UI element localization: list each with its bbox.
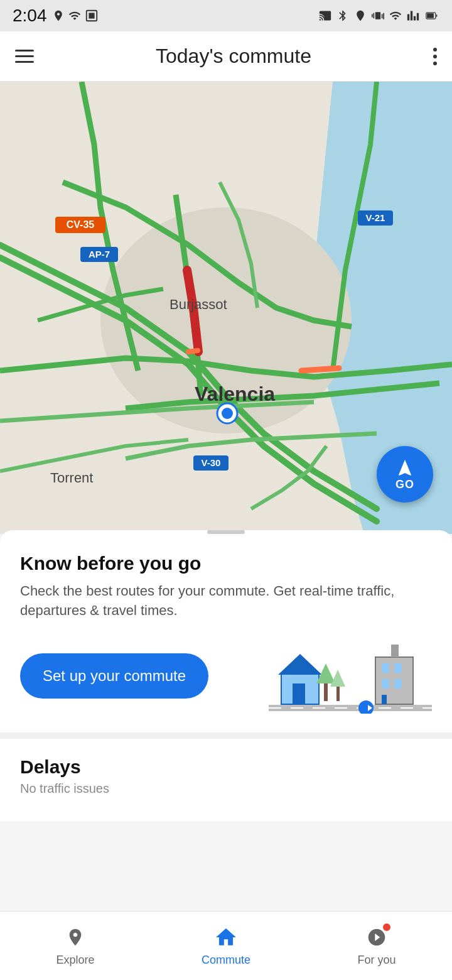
vibrate-status-icon: [372, 9, 384, 22]
nav-item-for-you[interactable]: For you: [326, 925, 427, 967]
commute-icon: [214, 925, 238, 949]
signal-status-icon: [68, 9, 81, 22]
commute-nav-label: Commute: [202, 954, 250, 967]
kbyg-description: Check the best routes for your commute. …: [20, 582, 432, 621]
nav-item-explore[interactable]: Explore: [25, 925, 126, 967]
bottom-sheet: Know before you go Check the best routes…: [0, 530, 452, 821]
kbyg-title: Know before you go: [20, 553, 432, 574]
battery-status-icon: [424, 9, 439, 22]
hamburger-menu-button[interactable]: [15, 50, 34, 63]
svg-point-22: [222, 408, 233, 419]
for-you-nav-icon-container: [364, 925, 389, 950]
know-before-you-go-section: Know before you go Check the best routes…: [0, 547, 452, 732]
more-options-button[interactable]: [433, 48, 437, 65]
svg-text:AP-7: AP-7: [89, 249, 110, 259]
map-view[interactable]: CV-35 AP-7 V-21 V-30 V-31 AP-7 Burjassot…: [0, 82, 452, 534]
wifi-status-icon: [389, 9, 402, 22]
svg-point-40: [358, 700, 374, 714]
setup-commute-button[interactable]: Set up your commute: [20, 653, 208, 699]
svg-rect-1: [89, 13, 94, 18]
bluetooth-status-icon: [336, 9, 349, 22]
commute-illustration-svg: [269, 638, 432, 714]
screenshot-status-icon: [85, 9, 99, 23]
svg-rect-32: [382, 663, 389, 673]
status-bar: 2:04: [0, 0, 452, 31]
delays-section: Delays No traffic issues: [0, 739, 452, 808]
svg-text:Valencia: Valencia: [195, 383, 275, 405]
go-button-label: GO: [396, 478, 414, 491]
explore-nav-icon-container: [63, 925, 88, 950]
svg-rect-26: [296, 676, 303, 682]
explore-nav-label: Explore: [56, 954, 94, 967]
page-title: Today's commute: [156, 45, 311, 68]
sheet-drag-handle[interactable]: [207, 530, 245, 534]
explore-icon: [65, 927, 85, 947]
status-time: 2:04: [13, 6, 47, 26]
navigation-arrow-icon: [395, 458, 415, 478]
commute-illustration: [269, 638, 432, 714]
cast-status-icon: [319, 9, 331, 22]
delays-title: Delays: [20, 756, 432, 778]
svg-text:V-21: V-21: [366, 212, 385, 223]
svg-rect-3: [427, 13, 434, 18]
for-you-nav-label: For you: [357, 954, 396, 967]
svg-rect-34: [382, 679, 389, 689]
for-you-notification-badge: [382, 922, 392, 932]
kbyg-action-row: Set up your commute: [20, 638, 432, 714]
location-status-icon: [52, 9, 65, 22]
svg-rect-36: [382, 695, 387, 704]
delays-subtitle: No traffic issues: [20, 781, 432, 796]
svg-rect-29: [336, 685, 340, 701]
svg-text:V-30: V-30: [202, 457, 221, 468]
bottom-navigation: Explore Commute For you: [0, 911, 452, 980]
go-navigation-button[interactable]: GO: [377, 446, 433, 503]
signal-bars-status-icon: [407, 9, 419, 22]
svg-rect-35: [394, 679, 402, 689]
nav-item-commute[interactable]: Commute: [176, 925, 276, 967]
section-divider: [0, 732, 452, 739]
location2-status-icon: [354, 9, 367, 22]
svg-rect-37: [391, 645, 399, 657]
svg-rect-33: [394, 663, 402, 673]
commute-nav-icon-container: [213, 925, 239, 950]
top-bar: Today's commute: [0, 31, 452, 82]
svg-text:Torrent: Torrent: [50, 470, 93, 486]
svg-text:Burjassot: Burjassot: [170, 297, 227, 312]
svg-text:CV-35: CV-35: [67, 219, 95, 230]
svg-rect-27: [324, 682, 328, 701]
svg-rect-25: [293, 683, 305, 704]
svg-marker-24: [278, 654, 322, 675]
